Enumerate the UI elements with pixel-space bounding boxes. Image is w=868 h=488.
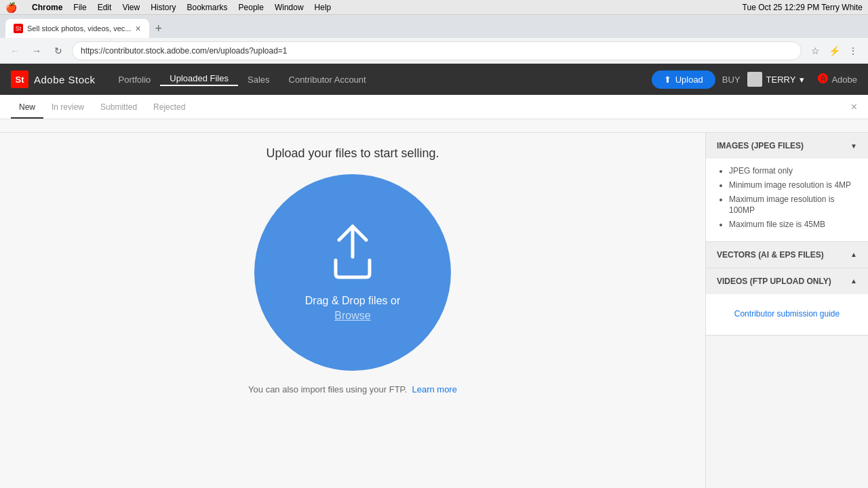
upload-title: Upload your files to start selling. — [266, 146, 439, 161]
vectors-section: VECTORS (AI & EPS FILES) ▲ — [706, 242, 868, 268]
images-section-title: IMAGES (JPEG FILES) — [717, 141, 804, 150]
file-menu[interactable]: File — [68, 3, 92, 12]
drop-zone[interactable]: Drag & Drop files or Browse — [254, 174, 451, 371]
window-menu[interactable]: Window — [269, 3, 309, 12]
list-item: JPEG format only — [729, 165, 857, 177]
adobe-logo-right: 🅐 Adobe — [818, 73, 857, 85]
list-item: Minimum image resolution is 4MP — [729, 180, 857, 191]
forward-button[interactable]: → — [28, 43, 45, 59]
close-panel-button[interactable]: × — [851, 101, 857, 113]
list-item: Maximum file size is 45MB — [729, 219, 857, 230]
nav-portfolio[interactable]: Portfolio — [109, 75, 161, 85]
chrome-tabbar: St Sell stock photos, videos, vec... × + — [0, 15, 868, 38]
history-menu[interactable]: History — [145, 3, 181, 12]
list-item: Maximum image resolution is 100MP — [729, 194, 857, 217]
view-menu[interactable]: View — [117, 3, 145, 12]
learn-more-link[interactable]: Learn more — [412, 384, 456, 394]
user-avatar — [747, 72, 762, 87]
user-name: TERRY — [766, 75, 796, 85]
upload-button-label: Upload — [675, 75, 703, 85]
videos-section-title: VIDEOS (FTP UPLOAD ONLY) — [717, 277, 831, 286]
buy-link[interactable]: BUY — [722, 75, 741, 85]
main-content: Upload your files to start selling. Drag… — [0, 133, 868, 488]
upload-icon: ⬆ — [664, 75, 671, 85]
browse-link[interactable]: Browse — [334, 310, 370, 322]
images-section-header[interactable]: IMAGES (JPEG FILES) ▼ — [706, 133, 868, 159]
apple-menu[interactable]: 🍎 — [5, 2, 17, 13]
more-menu-icon[interactable]: ⋮ — [845, 43, 861, 59]
app-name-menu[interactable]: Chrome — [26, 3, 68, 12]
bookmark-icon[interactable]: ☆ — [807, 43, 823, 59]
right-panel: IMAGES (JPEG FILES) ▼ JPEG format only M… — [705, 133, 868, 488]
bookmarks-menu[interactable]: Bookmarks — [182, 3, 233, 12]
ftp-text: You can also import files using your FTP… — [248, 384, 457, 394]
adobe-logo-area: St Adobe Stock — [11, 70, 96, 88]
people-menu[interactable]: People — [233, 3, 269, 12]
videos-section-header[interactable]: VIDEOS (FTP UPLOAD ONLY) ▲ — [706, 268, 868, 294]
tab-title: Sell stock photos, videos, vec... — [27, 24, 131, 33]
datetime-display: Tue Oct 25 12:29 PM Terry White — [743, 3, 863, 12]
nav-contributor-account[interactable]: Contributor Account — [279, 75, 376, 85]
menubar-right: Tue Oct 25 12:29 PM Terry White — [743, 3, 863, 12]
edit-menu[interactable]: Edit — [92, 3, 117, 12]
subtab-in-review[interactable]: In review — [43, 97, 92, 119]
chrome-tab-active[interactable]: St Sell stock photos, videos, vec... × — [5, 19, 149, 38]
address-bar[interactable]: https://contributor.stock.adobe.com/en/u… — [72, 41, 802, 60]
chrome-addressbar: ← → ↻ https://contributor.stock.adobe.co… — [0, 38, 868, 64]
nav-uploaded-files[interactable]: Uploaded Files — [160, 73, 238, 86]
help-menu[interactable]: Help — [309, 3, 337, 12]
adobe-label: Adobe — [831, 75, 857, 85]
videos-section-body: Contributor submission guide — [706, 294, 868, 335]
upload-button[interactable]: ⬆ Upload — [652, 70, 715, 89]
vectors-section-header[interactable]: VECTORS (AI & EPS FILES) ▲ — [706, 242, 868, 268]
images-section: IMAGES (JPEG FILES) ▼ JPEG format only M… — [706, 133, 868, 242]
adobe-icon: 🅐 — [818, 73, 829, 85]
chrome-toolbar-right: ☆ ⚡ ⋮ — [807, 43, 861, 59]
user-area[interactable]: TERRY ▾ — [747, 72, 805, 87]
nav-right: ⬆ Upload BUY TERRY ▾ 🅐 Adobe — [652, 70, 857, 89]
images-requirements-list: JPEG format only Minimum image resolutio… — [717, 165, 857, 230]
nav-sales[interactable]: Sales — [238, 75, 279, 85]
tab-favicon: St — [14, 24, 23, 33]
subtab-submitted[interactable]: Submitted — [92, 97, 145, 119]
refresh-button[interactable]: ↻ — [50, 43, 66, 59]
vectors-chevron-icon: ▲ — [850, 251, 857, 258]
extensions-icon[interactable]: ⚡ — [826, 43, 842, 59]
tab-close-button[interactable]: × — [135, 23, 140, 34]
vectors-section-title: VECTORS (AI & EPS FILES) — [717, 250, 824, 260]
videos-section: VIDEOS (FTP UPLOAD ONLY) ▲ Contributor s… — [706, 268, 868, 336]
brand-name: Adobe Stock — [34, 74, 96, 85]
drag-drop-text: Drag & Drop files or — [305, 295, 401, 307]
user-chevron-icon: ▾ — [800, 75, 804, 85]
new-tab-button[interactable]: + — [149, 19, 168, 38]
url-display: https://contributor.stock.adobe.com/en/u… — [81, 46, 288, 56]
adobe-nav: St Adobe Stock Portfolio Uploaded Files … — [0, 64, 868, 95]
back-button[interactable]: ← — [7, 43, 23, 59]
subtab-new[interactable]: New — [11, 97, 43, 119]
videos-chevron-icon: ▲ — [850, 277, 857, 285]
images-section-body: JPEG format only Minimum image resolutio… — [706, 159, 868, 241]
upload-arrow-icon — [326, 223, 380, 284]
adobe-st-logo: St — [11, 70, 28, 88]
contributor-submission-guide-link[interactable]: Contributor submission guide — [717, 301, 857, 327]
sub-tabs: New In review Submitted Rejected × — [0, 95, 868, 119]
mac-menubar: 🍎 Chrome File Edit View History Bookmark… — [0, 0, 868, 15]
subtab-rejected[interactable]: Rejected — [145, 97, 193, 119]
images-chevron-icon: ▼ — [850, 142, 857, 150]
filter-bar: File type: All (1)▾ — [0, 119, 868, 133]
upload-area: Upload your files to start selling. Drag… — [0, 133, 705, 488]
